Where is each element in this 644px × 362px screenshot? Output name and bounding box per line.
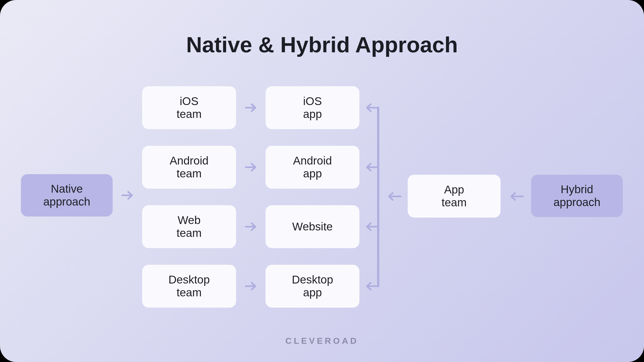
team-box-web: Webteam: [142, 205, 236, 248]
hybrid-team-box: Appteam: [408, 175, 501, 218]
team-box-ios: iOSteam: [142, 86, 236, 129]
arrow-left-icon: [365, 162, 378, 173]
diagram-canvas: Native & Hybrid Approach Nativeapproach …: [0, 0, 644, 362]
arrow-right-icon: [244, 281, 257, 292]
connector-vertical-line: [377, 107, 379, 287]
output-box-desktop: Desktopapp: [266, 265, 359, 308]
arrow-right-icon: [244, 221, 257, 232]
team-box-android: Androidteam: [142, 146, 236, 189]
output-box-web: Website: [266, 205, 359, 248]
output-box-android: Androidapp: [266, 146, 359, 189]
arrow-left-icon: [365, 102, 378, 113]
arrow-right-icon: [121, 190, 134, 201]
arrow-left-icon: [386, 191, 402, 202]
arrow-left-icon: [365, 281, 378, 292]
arrow-left-icon: [509, 191, 525, 202]
arrow-right-icon: [244, 102, 257, 113]
diagram-title: Native & Hybrid Approach: [186, 32, 458, 57]
brand-footer: CLEVEROAD: [285, 336, 359, 346]
native-approach-box: Nativeapproach: [21, 174, 113, 217]
team-box-desktop: Desktopteam: [142, 265, 236, 308]
hybrid-approach-box: Hybridapproach: [531, 175, 623, 217]
output-box-ios: iOSapp: [266, 86, 359, 129]
arrow-left-icon: [365, 221, 378, 232]
arrow-right-icon: [244, 162, 257, 173]
